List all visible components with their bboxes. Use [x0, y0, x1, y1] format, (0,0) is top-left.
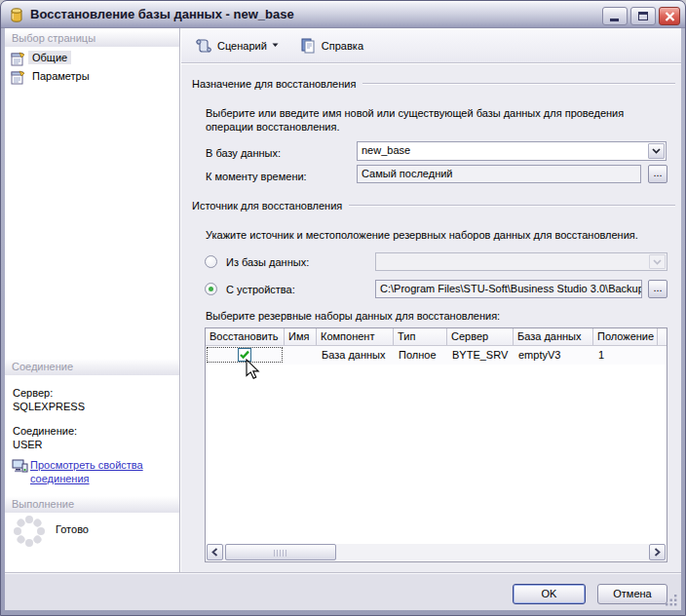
column-header-restore: Восстановить [206, 328, 285, 345]
chevron-left-icon [211, 548, 218, 557]
footer: OK Отмена [5, 572, 681, 610]
maximize-button[interactable] [630, 7, 656, 25]
cell-database: emptyV3 [514, 346, 593, 365]
connection-header: Соединение [5, 359, 179, 375]
combo-drop-button[interactable] [648, 143, 665, 159]
from-database-label: Из базы данных: [226, 256, 309, 268]
horizontal-scrollbar[interactable] [207, 544, 666, 560]
progress-status: Готово [56, 523, 89, 535]
cancel-button[interactable]: Отмена [597, 584, 667, 604]
column-header-name: Имя [285, 328, 317, 345]
column-header-server: Сервер [447, 328, 514, 345]
server-value: SQLEXPRESS [13, 401, 85, 412]
source-description: Укажите источник и местоположение резерв… [206, 228, 686, 242]
resize-grip[interactable] [666, 595, 677, 606]
mouse-cursor [246, 359, 261, 380]
destination-heading: Назначение для восстановления [192, 78, 356, 90]
dialog-client: Выбор страницы Общие Параметры [5, 28, 681, 610]
scroll-right-button[interactable] [649, 544, 666, 560]
backup-sets-table: Восстановить Имя Компонент Тип Сервер Ба… [205, 327, 667, 562]
connection-label: Соединение: [13, 425, 77, 437]
help-button-label: Справка [322, 40, 363, 52]
script-button-label: Сценарий [217, 40, 267, 52]
from-device-browse-button[interactable]: ... [648, 280, 667, 298]
from-device-label: С устройства: [226, 284, 295, 295]
help-icon [300, 37, 317, 54]
help-button[interactable]: Справка [294, 34, 369, 57]
to-time-browse-button[interactable]: ... [648, 165, 667, 183]
sidebar-item-label: Общие [28, 51, 71, 64]
cell-component: База данных [317, 346, 394, 365]
to-database-combobox[interactable]: new_base [357, 141, 667, 161]
from-database-combobox [375, 252, 667, 271]
from-device-radio[interactable] [205, 283, 217, 295]
titlebar[interactable]: Восстановление базы данных - new_base [1, 1, 685, 28]
scrollbar-thumb[interactable] [225, 544, 336, 560]
group-divider [349, 205, 675, 207]
destination-description: Выберите или введите имя новой или сущес… [206, 106, 649, 134]
chevron-down-icon [652, 148, 661, 154]
connection-properties-link[interactable]: Просмотреть свойства соединения [30, 458, 167, 485]
database-icon [9, 7, 24, 22]
sidebar-item-parameters[interactable]: Параметры [5, 68, 179, 86]
to-time-field[interactable]: Самый последний [357, 165, 641, 183]
sidebar: Выбор страницы Общие Параметры [5, 28, 180, 574]
cell-type: Полное [394, 346, 447, 365]
pages-header: Выбор страницы [5, 30, 179, 47]
to-time-label: К моменту времени: [206, 171, 307, 182]
server-label: Сервер: [13, 387, 53, 399]
radio-selected-dot [209, 287, 213, 291]
backup-sets-label: Выберите резервные наборы данных для вос… [206, 310, 500, 322]
sidebar-item-general[interactable]: Общие [5, 50, 179, 67]
combo-drop-button-disabled [649, 254, 666, 269]
scrollbar-grip [274, 550, 287, 557]
close-icon [665, 12, 675, 21]
source-heading: Источник для восстановления [192, 200, 342, 212]
script-icon [195, 37, 212, 54]
group-divider [362, 83, 675, 85]
column-header-component: Компонент [317, 328, 394, 345]
from-device-field[interactable]: C:\Program Files\STU-Soft\Business Studi… [375, 280, 642, 298]
chevron-right-icon [654, 548, 661, 557]
table-row[interactable]: База данных Полное BYTE_SRV emptyV3 1 [206, 346, 667, 365]
scroll-left-button[interactable] [207, 544, 223, 560]
connection-properties-icon [12, 458, 28, 474]
restore-database-dialog: Восстановление базы данных - new_base Вы… [0, 0, 686, 616]
progress-header: Выполнение [5, 496, 179, 513]
page-icon [11, 51, 26, 66]
to-database-label: В базу данных: [206, 147, 281, 159]
sidebar-item-label: Параметры [28, 69, 94, 83]
window-title: Восстановление базы данных - new_base [30, 1, 294, 27]
column-header-database: База данных [514, 328, 593, 345]
column-header-position: Положение [593, 328, 658, 345]
script-button[interactable]: Сценарий [189, 34, 285, 57]
chevron-down-icon [272, 43, 279, 48]
connection-value: USER [13, 439, 43, 450]
column-header-type: Тип [394, 328, 447, 345]
page-icon [11, 69, 26, 85]
progress-spinner-icon [13, 515, 46, 548]
general-page: Назначение для восстановления Выберите и… [181, 64, 681, 572]
toolbar: Сценарий Справка [181, 28, 681, 63]
from-database-radio[interactable] [205, 255, 217, 268]
to-database-value: new_base [362, 144, 410, 156]
close-button[interactable] [659, 7, 680, 25]
chevron-down-icon [653, 259, 662, 265]
ok-button[interactable]: OK [513, 584, 586, 604]
minimize-button[interactable] [602, 7, 628, 25]
cell-position: 1 [593, 346, 658, 365]
cell-server: BYTE_SRV [447, 346, 514, 365]
table-header: Восстановить Имя Компонент Тип Сервер Ба… [206, 328, 667, 346]
